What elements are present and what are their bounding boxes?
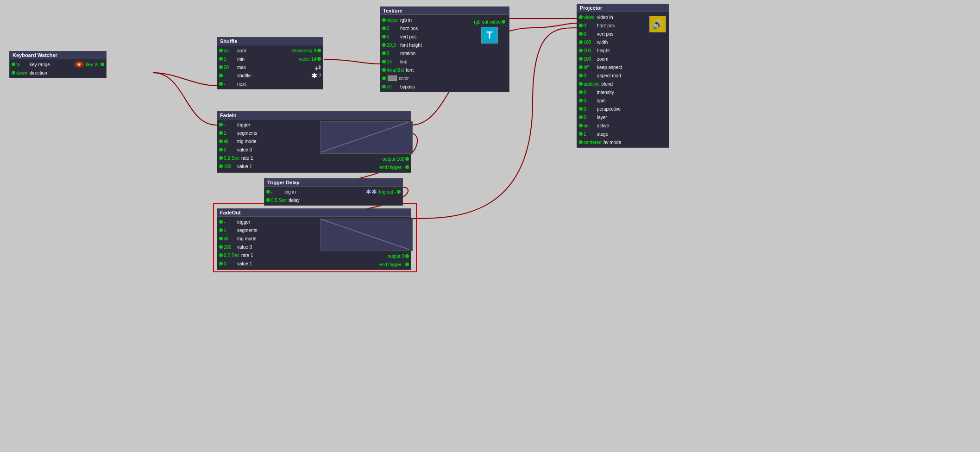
port-dot[interactable] — [219, 164, 223, 168]
port-dot[interactable] — [579, 32, 583, 36]
shuffle-label: shuffle — [237, 73, 251, 78]
port-dot[interactable] — [219, 228, 223, 232]
port-dot[interactable] — [219, 220, 223, 224]
shuffle-icon: ⇄ — [315, 63, 321, 71]
port-dot[interactable] — [579, 115, 583, 119]
output-port[interactable] — [397, 190, 401, 194]
port-dot[interactable] — [382, 60, 386, 63]
trigmode-value: all — [224, 236, 235, 241]
direction-label: direction — [30, 70, 47, 75]
value0-value: 100 — [224, 245, 235, 250]
output-port[interactable] — [317, 49, 321, 52]
vertpos-label: vert pos — [400, 34, 417, 39]
port-dot[interactable] — [266, 198, 270, 202]
port-dot[interactable] — [579, 24, 583, 27]
port-dot[interactable] — [579, 40, 583, 44]
vertpos-value: 0 — [387, 34, 398, 39]
port-dot[interactable] — [382, 76, 386, 80]
keyboard-watcher-node: Keyboard Watcher 'a' key range 👁 key 'a'… — [9, 51, 107, 78]
max-label: max — [237, 65, 246, 70]
zoom-value: 100 — [584, 56, 595, 62]
port-dot[interactable] — [579, 49, 583, 52]
port-dot[interactable] — [579, 107, 583, 111]
port-dot[interactable] — [579, 65, 583, 69]
horzpos-label: horz pos — [597, 23, 615, 28]
port-dot[interactable] — [219, 131, 223, 135]
bypass-label: bypass — [400, 84, 415, 89]
perspective-label: perspective — [597, 107, 621, 112]
port-dot[interactable] — [219, 245, 223, 249]
value1-label: value 1 — [237, 164, 252, 169]
segments-label: segments — [237, 131, 257, 136]
port-dot[interactable] — [579, 74, 583, 77]
port-dot[interactable] — [219, 253, 223, 257]
port-dot[interactable] — [382, 35, 386, 38]
port-dot[interactable] — [579, 99, 583, 102]
port-dot[interactable] — [219, 148, 223, 151]
port-dot[interactable] — [579, 82, 583, 86]
fadeout-node: FadeOut - trigger 1 segments all trig mo… — [217, 208, 411, 270]
endtrigger-port[interactable] — [405, 263, 409, 266]
rate1-value: 0,2 Sec — [224, 253, 239, 258]
port-dot[interactable] — [12, 71, 15, 75]
horzpos-value: 0 — [387, 26, 398, 31]
rgbout-value: rgb out video — [474, 19, 501, 25]
segments-value: 1 — [224, 131, 235, 136]
port-dot[interactable] — [579, 90, 583, 94]
output-port[interactable] — [405, 254, 409, 258]
port-dot[interactable] — [382, 51, 386, 55]
port-dot[interactable] — [12, 63, 15, 66]
port-dot[interactable] — [579, 124, 583, 127]
videoin-label: video in — [597, 15, 613, 20]
fadeout-title: FadeOut — [217, 209, 411, 217]
port-dot[interactable] — [219, 74, 223, 77]
value0-value: 0 — [224, 147, 235, 152]
output-port[interactable] — [101, 63, 104, 66]
direction-value: down — [16, 70, 28, 75]
remaining-value: remaining 9 — [292, 48, 316, 53]
port-dot[interactable] — [219, 237, 223, 240]
port-dot[interactable] — [219, 262, 223, 265]
line-label: line — [400, 59, 408, 64]
next-value: - — [224, 82, 235, 87]
port-dot[interactable] — [382, 26, 386, 30]
port-dot[interactable] — [579, 140, 583, 144]
stage-label: stage — [597, 132, 608, 137]
output-port[interactable] — [405, 157, 409, 161]
font-label: font — [406, 68, 414, 73]
port-dot[interactable] — [579, 57, 583, 61]
port-dot[interactable] — [382, 68, 386, 72]
segments-value: 1 — [224, 228, 235, 233]
port-dot[interactable] — [382, 18, 386, 22]
trigmode-value: all — [224, 139, 235, 144]
rgbout-port[interactable] — [502, 20, 505, 24]
port-dot[interactable] — [219, 57, 223, 61]
shuffle-node: Shuffle on auto remaining 9 1 min value … — [217, 37, 323, 89]
intensity-label: intensity — [597, 90, 614, 95]
endtrigger-port[interactable] — [405, 165, 409, 169]
port-dot[interactable] — [219, 82, 223, 86]
trigger-label: trigger — [237, 122, 250, 127]
spinner-icon: ✱✱ — [366, 188, 377, 195]
port-dot[interactable] — [266, 190, 270, 194]
port-dot[interactable] — [579, 15, 583, 19]
line-value: 14 — [387, 59, 398, 64]
width-label: width — [597, 40, 608, 45]
port-dot[interactable] — [219, 156, 223, 160]
port-dot[interactable] — [219, 123, 223, 126]
min-value: 1 — [224, 56, 235, 62]
height-value: 100 — [584, 48, 595, 53]
port-dot[interactable] — [382, 85, 386, 88]
port-dot[interactable] — [219, 139, 223, 143]
auto-label: auto — [237, 48, 246, 53]
output-port[interactable] — [317, 57, 321, 61]
aspectmod-value: 0 — [584, 73, 595, 78]
port-dot[interactable] — [219, 49, 223, 52]
port-dot[interactable] — [579, 132, 583, 136]
endtrigger-value: end trigger - — [379, 262, 404, 267]
max-value: 20 — [224, 65, 235, 70]
port-dot[interactable] — [219, 65, 223, 69]
port-dot[interactable] — [382, 43, 386, 47]
texture-title: Text/ure — [380, 7, 509, 15]
output-value: output 100 — [383, 157, 404, 162]
